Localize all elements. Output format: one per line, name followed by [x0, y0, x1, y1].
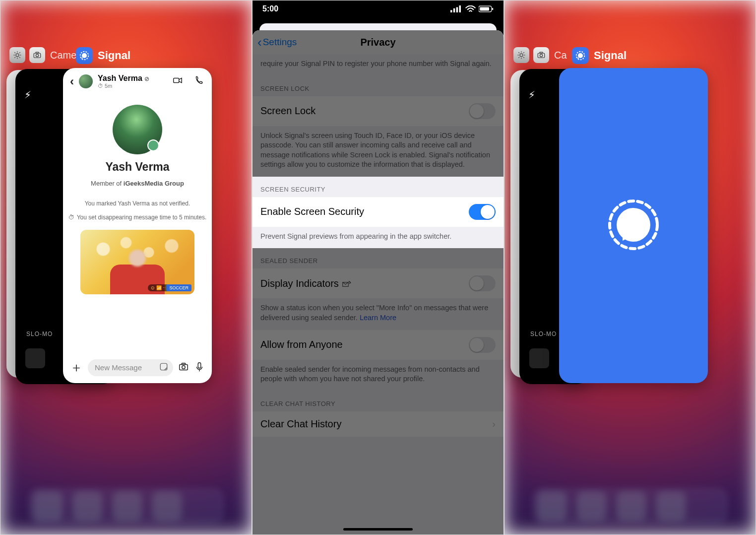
home-indicator[interactable]	[343, 528, 413, 531]
chat-header: ‹ Yash Verma ⊘ ⏱5m	[63, 68, 212, 93]
switcher-row-background-apps: Ca	[513, 47, 567, 63]
switcher-row-signal: Signal	[572, 47, 627, 64]
svg-rect-14	[174, 78, 179, 82]
learn-more-link[interactable]: Learn More	[360, 314, 396, 322]
svg-line-8	[19, 52, 20, 53]
svg-point-0	[16, 54, 19, 57]
svg-rect-11	[36, 52, 39, 53]
footer-screen-security: Prevent Signal previews from appearing i…	[252, 227, 504, 249]
dock-blur	[532, 487, 728, 525]
svg-rect-19	[198, 362, 201, 368]
battery-icon	[479, 5, 494, 12]
section-header-screen-security: SCREEN SECURITY	[252, 177, 504, 197]
back-chevron-icon[interactable]: ‹	[70, 74, 74, 88]
verified-badge-icon: ⊘	[144, 75, 149, 82]
switcher-card-signal-shield[interactable]	[559, 68, 708, 383]
row-title: Enable Screen Security	[260, 206, 364, 217]
signal-logo-icon	[604, 195, 663, 257]
nav-bar: ‹Settings Privacy	[252, 30, 504, 54]
footer-display-indicators: Show a status icon when you select "More…	[252, 298, 504, 330]
section-header-sealed-sender: SEALED SENDER	[252, 248, 504, 268]
toggle-screen-lock[interactable]	[469, 103, 496, 119]
svg-point-42	[617, 208, 650, 242]
switcher-card-signal-chat[interactable]: ‹ Yash Verma ⊘ ⏱5m Yash Verma Member of …	[63, 68, 212, 383]
sticker-icon[interactable]	[159, 362, 168, 373]
pin-footer: require your Signal PIN to register your…	[252, 54, 504, 76]
status-time: 5:00	[262, 4, 278, 13]
last-seen: 5m	[105, 83, 112, 89]
svg-rect-15	[160, 363, 167, 370]
message-input[interactable]: New Message	[88, 359, 173, 376]
compose-bar: ＋ New Message	[63, 359, 212, 376]
contact-name-block[interactable]: Yash Verma ⊘ ⏱5m	[98, 74, 149, 89]
camera-last-photo	[25, 348, 45, 368]
svg-rect-20	[450, 10, 452, 12]
settings-sheet: ‹Settings Privacy require your Signal PI…	[252, 30, 504, 535]
footer-screen-lock: Unlock Signal's screen using Touch ID, F…	[252, 126, 504, 177]
svg-rect-22	[456, 7, 458, 12]
signal-app-icon	[572, 47, 589, 64]
row-allow-from-anyone[interactable]: Allow from Anyone	[252, 330, 504, 360]
settings-app-icon	[513, 47, 529, 63]
svg-point-13	[82, 53, 87, 58]
svg-rect-26	[492, 8, 493, 10]
signal-app-icon	[76, 47, 93, 64]
mic-icon[interactable]	[194, 361, 205, 374]
system-message-verified: You marked Yash Verma as not verified.	[63, 200, 212, 207]
contact-avatar-small[interactable]	[79, 74, 93, 88]
svg-line-7	[14, 57, 15, 58]
settings-app-icon	[9, 47, 25, 63]
voice-call-icon[interactable]	[194, 75, 205, 88]
row-title: Allow from Anyone	[260, 339, 343, 350]
signal-app-label: Signal	[98, 49, 130, 62]
switcher-row-signal: Signal	[76, 47, 130, 64]
flash-icon: ⚡︎	[24, 89, 31, 101]
member-line: Member of iGeeksMedia Group	[63, 180, 212, 187]
svg-point-27	[520, 54, 523, 57]
footer-allow-anyone: Enable sealed sender for incoming messag…	[252, 360, 504, 391]
camera-app-icon	[533, 47, 549, 63]
toggle-screen-security[interactable]	[469, 204, 496, 220]
row-display-indicators[interactable]: Display Indicators	[252, 268, 504, 298]
camera-app-icon	[29, 47, 45, 63]
section-header-screen-lock: SCREEN LOCK	[252, 76, 504, 96]
camera-icon[interactable]	[178, 361, 189, 374]
row-enable-screen-security[interactable]: Enable Screen Security	[252, 197, 504, 227]
cellular-icon	[450, 5, 462, 12]
wifi-icon	[465, 5, 476, 12]
svg-line-34	[518, 57, 519, 58]
video-call-icon[interactable]	[172, 75, 183, 88]
row-screen-lock[interactable]: Screen Lock	[252, 96, 504, 126]
camera-app-label: Ca	[554, 50, 567, 61]
row-title: Display Indicators	[260, 278, 352, 289]
signal-app-label: Signal	[594, 49, 627, 62]
attach-plus-icon[interactable]: ＋	[70, 359, 83, 376]
svg-line-5	[14, 52, 15, 53]
svg-line-32	[518, 52, 519, 53]
section-header-clear-history: CLEAR CHAT HISTORY	[252, 391, 504, 411]
svg-point-10	[36, 54, 38, 57]
svg-line-35	[523, 52, 524, 53]
contact-name: Yash Verma	[98, 74, 142, 82]
svg-rect-18	[182, 363, 185, 364]
nav-title: Privacy	[360, 37, 395, 48]
row-title: Clear Chat History	[260, 418, 341, 430]
timer-icon: ⏱	[68, 214, 74, 221]
status-bar: 5:00	[252, 0, 504, 17]
flash-icon: ⚡︎	[528, 89, 535, 101]
nav-back-button[interactable]: ‹Settings	[257, 35, 297, 50]
contact-avatar-large[interactable]	[113, 105, 162, 154]
message-video-thumbnail[interactable]: ⊙ 📶 ⋯ ⚙ SOCCER	[80, 230, 194, 294]
svg-rect-25	[480, 7, 489, 11]
camera-mode-slomo: SLO-MO	[530, 331, 557, 337]
svg-rect-38	[540, 52, 543, 53]
thumb-badge: SOCCER	[166, 284, 191, 291]
svg-line-6	[19, 57, 20, 58]
svg-point-40	[578, 53, 583, 58]
chevron-right-icon: ›	[492, 418, 496, 430]
sealed-sender-icon	[339, 278, 352, 289]
row-clear-chat-history[interactable]: Clear Chat History ›	[252, 411, 504, 437]
toggle-display-indicators[interactable]	[469, 275, 496, 291]
toggle-allow-anyone[interactable]	[469, 337, 496, 353]
timer-icon: ⏱	[98, 83, 103, 89]
